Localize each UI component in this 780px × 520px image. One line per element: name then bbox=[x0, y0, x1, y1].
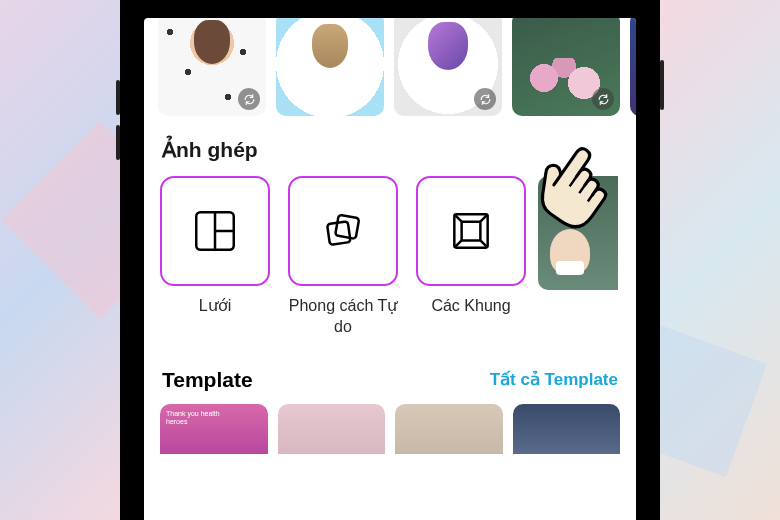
collage-section-title: Ảnh ghép bbox=[144, 116, 636, 176]
freestyle-icon bbox=[318, 206, 368, 256]
regenerate-icon[interactable] bbox=[592, 88, 614, 110]
collage-option-label: Các Khung bbox=[431, 296, 510, 317]
frames-icon bbox=[446, 206, 496, 256]
collage-option-label: Phong cách Tự do bbox=[284, 296, 402, 338]
template-thumbnails-row: Thank you health heroes bbox=[144, 404, 636, 454]
collage-preview-peek[interactable] bbox=[538, 176, 618, 290]
style-thumbnail[interactable] bbox=[158, 18, 266, 116]
collage-option-grid[interactable]: Lưới bbox=[160, 176, 270, 317]
grid-icon bbox=[190, 206, 240, 256]
svg-rect-6 bbox=[462, 222, 481, 241]
style-thumbnail[interactable] bbox=[276, 18, 384, 116]
template-caption: Thank you health heroes bbox=[166, 410, 236, 427]
collage-option-freestyle[interactable]: Phong cách Tự do bbox=[284, 176, 402, 338]
svg-rect-3 bbox=[327, 221, 351, 245]
template-thumbnail[interactable]: Thank you health heroes bbox=[160, 404, 268, 454]
app-screen: Ảnh ghép Lưới bbox=[144, 18, 636, 520]
regenerate-icon[interactable] bbox=[238, 88, 260, 110]
collage-options-row: Lưới Phong cách Tự do bbox=[144, 176, 636, 338]
svg-rect-4 bbox=[335, 215, 359, 239]
template-section-header: Template Tất cả Template bbox=[144, 338, 636, 404]
see-all-templates-link[interactable]: Tất cả Template bbox=[490, 369, 618, 390]
template-thumbnail[interactable] bbox=[513, 404, 621, 454]
collage-option-tile[interactable] bbox=[416, 176, 526, 286]
collage-option-tile[interactable] bbox=[160, 176, 270, 286]
style-thumbnail[interactable] bbox=[512, 18, 620, 116]
collage-option-tile[interactable] bbox=[288, 176, 398, 286]
collage-option-frames[interactable]: Các Khung bbox=[416, 176, 526, 317]
collage-option-label: Lưới bbox=[199, 296, 231, 317]
template-thumbnail[interactable] bbox=[278, 404, 386, 454]
template-section-title: Template bbox=[162, 368, 253, 392]
style-thumbnail[interactable] bbox=[394, 18, 502, 116]
template-thumbnail[interactable] bbox=[395, 404, 503, 454]
style-thumbnails-row bbox=[144, 18, 636, 116]
style-thumbnail[interactable] bbox=[630, 18, 636, 116]
regenerate-icon[interactable] bbox=[474, 88, 496, 110]
phone-frame: Ảnh ghép Lưới bbox=[120, 0, 660, 520]
